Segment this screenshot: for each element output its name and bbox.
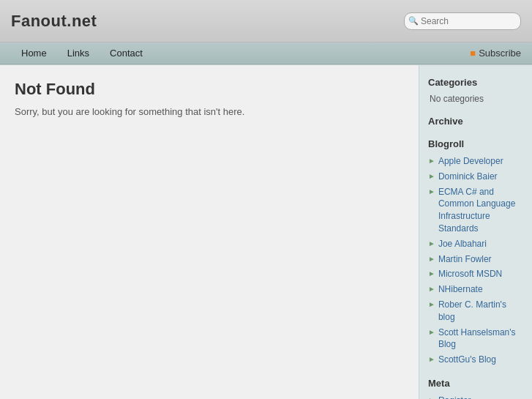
blogroll-item-8[interactable]: ► Scott Hanselsman's Blog bbox=[428, 327, 523, 351]
content-wrapper: Not Found Sorry, but you are looking for… bbox=[0, 65, 532, 399]
arrow-icon: ► bbox=[428, 285, 435, 293]
blogroll-item-1[interactable]: ► Dominick Baier bbox=[428, 171, 523, 183]
meta-item-register[interactable]: ► Register bbox=[428, 395, 523, 399]
blogroll-label-7: Rober C. Martin's blog bbox=[438, 299, 523, 324]
meta-title: Meta bbox=[428, 378, 523, 389]
arrow-icon: ► bbox=[428, 239, 435, 247]
arrow-icon: ► bbox=[428, 396, 435, 399]
blogroll-item-5[interactable]: ► Microsoft MSDN bbox=[428, 268, 523, 280]
arrow-icon: ► bbox=[428, 255, 435, 263]
nav-bar: Home Links Contact ■ Subscribe bbox=[0, 42, 532, 64]
arrow-icon: ► bbox=[428, 269, 435, 277]
nav-item-home[interactable]: Home bbox=[11, 43, 57, 63]
search-icon: 🔍 bbox=[408, 16, 419, 26]
main-content: Not Found Sorry, but you are looking for… bbox=[0, 65, 419, 399]
blogroll-item-3[interactable]: ► Joe Albahari bbox=[428, 238, 523, 250]
blogroll-item-0[interactable]: ► Apple Developer bbox=[428, 155, 523, 168]
blogroll-label-6: NHibernate bbox=[438, 283, 483, 296]
not-found-message: Sorry, but you are looking for something… bbox=[15, 106, 404, 117]
nav-item-links[interactable]: Links bbox=[57, 43, 100, 63]
arrow-icon: ► bbox=[428, 328, 435, 336]
meta-label-0: Register bbox=[438, 395, 471, 399]
blogroll-item-7[interactable]: ► Rober C. Martin's blog bbox=[428, 299, 523, 324]
sidebar-archive: Archive bbox=[428, 116, 523, 127]
nav-item-contact[interactable]: Contact bbox=[100, 43, 153, 63]
arrow-icon: ► bbox=[428, 355, 435, 363]
blogroll-label-3: Joe Albahari bbox=[438, 238, 487, 250]
arrow-icon: ► bbox=[428, 187, 435, 195]
no-categories: No categories bbox=[430, 94, 523, 104]
search-input[interactable] bbox=[404, 12, 521, 30]
not-found-title: Not Found bbox=[15, 80, 404, 99]
categories-title: Categories bbox=[428, 77, 523, 88]
blogroll-label-0: Apple Developer bbox=[438, 155, 503, 168]
site-title: Fanout.net bbox=[11, 12, 97, 31]
blogroll-item-9[interactable]: ► ScottGu's Blog bbox=[428, 354, 523, 366]
blogroll-item-4[interactable]: ► Martin Fowler bbox=[428, 253, 523, 266]
blogroll-label-1: Dominick Baier bbox=[438, 171, 498, 183]
search-wrapper: 🔍 bbox=[404, 12, 521, 30]
subscribe-link[interactable]: ■ Subscribe bbox=[470, 48, 521, 59]
archive-title: Archive bbox=[428, 116, 523, 127]
sidebar-categories: Categories No categories bbox=[428, 77, 523, 104]
blogroll-label-8: Scott Hanselsman's Blog bbox=[438, 327, 523, 351]
sidebar-meta: Meta ► Register ► Log in bbox=[428, 378, 523, 399]
blogroll-item-2[interactable]: ► ECMA C# and Common Language Infrastruc… bbox=[428, 186, 523, 235]
blogroll-label-2: ECMA C# and Common Language Infrastructu… bbox=[438, 186, 523, 235]
blogroll-item-6[interactable]: ► NHibernate bbox=[428, 283, 523, 296]
rss-icon: ■ bbox=[470, 48, 476, 59]
blogroll-label-9: ScottGu's Blog bbox=[438, 354, 496, 366]
blogroll-label-5: Microsoft MSDN bbox=[438, 268, 502, 280]
arrow-icon: ► bbox=[428, 300, 435, 308]
sidebar: Categories No categories Archive Blogrol… bbox=[419, 65, 532, 399]
sidebar-blogroll: Blogroll ► Apple Developer ► Dominick Ba… bbox=[428, 138, 523, 366]
search-form: 🔍 bbox=[404, 12, 521, 30]
nav-links: Home Links Contact bbox=[11, 43, 153, 63]
blogroll-title: Blogroll bbox=[428, 138, 523, 149]
arrow-icon: ► bbox=[428, 157, 435, 165]
arrow-icon: ► bbox=[428, 172, 435, 180]
header: Fanout.net 🔍 bbox=[0, 0, 532, 42]
subscribe-label: Subscribe bbox=[479, 48, 521, 59]
blogroll-label-4: Martin Fowler bbox=[438, 253, 492, 266]
